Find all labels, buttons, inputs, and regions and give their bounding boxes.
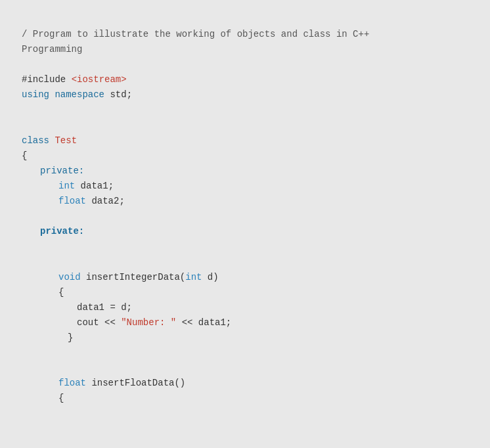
blank-line [22, 239, 468, 254]
line-include: #include <iostream> [22, 72, 468, 87]
line-comment2: Programming [22, 42, 468, 57]
line-float-decl: float data2; [22, 194, 468, 209]
blank-line [22, 118, 468, 133]
line-class-decl: class Test [22, 133, 468, 148]
blank-line [22, 361, 468, 376]
line-private1: private: [22, 164, 468, 179]
blank-line [22, 254, 468, 269]
line-cout: cout << "Number: " << data1; [22, 315, 468, 330]
blank-line [22, 209, 468, 224]
line-using: using namespace std; [22, 87, 468, 102]
line-data1-assign: data1 = d; [22, 300, 468, 315]
line-method1-open: { [22, 285, 468, 300]
line-method2-sig: float insertFloatData() [22, 376, 468, 391]
line-private2: private: [22, 224, 468, 239]
line-int-decl: int data1; [22, 179, 468, 194]
line-method1-sig: void insertIntegerData(int d) [22, 270, 468, 285]
line-method2-open: { [22, 391, 468, 406]
code-block: / Program to illustrate the working of o… [9, 14, 481, 434]
blank-line [22, 57, 468, 72]
blank-line [22, 102, 468, 118]
blank-line [22, 346, 468, 361]
line-comment1: / Program to illustrate the working of o… [22, 27, 468, 42]
line-open-brace: { [22, 148, 468, 164]
line-method1-close: } [22, 330, 468, 346]
